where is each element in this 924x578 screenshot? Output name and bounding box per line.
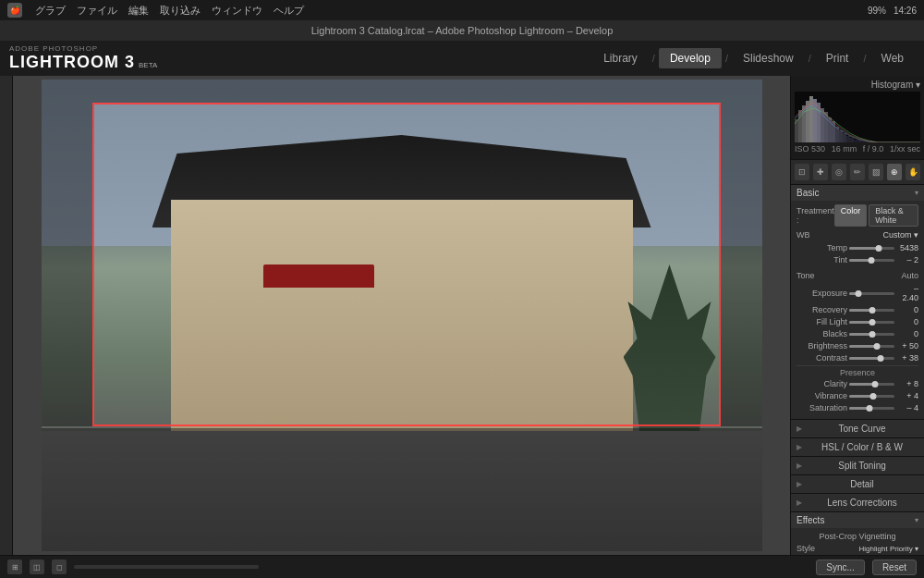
exposure-slider[interactable]	[849, 292, 894, 295]
vibrance-label: Vibrance	[796, 391, 847, 400]
bottom-icon-3[interactable]: ◻	[52, 560, 67, 574]
basic-panel-arrow: ▾	[915, 189, 918, 197]
gradient-tool[interactable]: ▨	[869, 164, 883, 180]
brightness-label: Brightness	[796, 341, 847, 350]
bottom-icon-2[interactable]: ◫	[30, 560, 44, 574]
nav-tabs: Library / Develop / Slideshow / Print / …	[592, 48, 915, 68]
menu-edit[interactable]: 編集	[128, 4, 149, 18]
tint-value: – 2	[896, 255, 918, 264]
brightness-value: + 50	[896, 341, 918, 350]
histogram-chart	[795, 92, 920, 142]
photo-area[interactable]	[13, 76, 790, 555]
style-value[interactable]: Highlight Priority ▾	[859, 545, 918, 553]
crop-dim-bottom	[42, 428, 762, 551]
menu-grab[interactable]: グラブ	[35, 4, 66, 18]
recovery-value: 0	[896, 305, 918, 314]
tint-label: Tint	[796, 255, 847, 264]
reset-button[interactable]: Reset	[872, 560, 917, 575]
tab-slideshow[interactable]: Slideshow	[732, 48, 805, 68]
left-panel-toggle[interactable]	[0, 76, 13, 555]
histogram-title[interactable]: Histogram ▾	[795, 80, 920, 90]
right-panel: Histogram ▾	[790, 76, 924, 555]
treatment-label: Treatment :	[796, 206, 834, 225]
tone-label: Tone	[796, 269, 815, 282]
auto-label[interactable]: Auto	[901, 271, 918, 280]
tab-library[interactable]: Library	[592, 48, 649, 68]
hist-mm: 16 mm	[832, 144, 857, 154]
photo-canvas	[42, 80, 762, 551]
crop-dim-left	[42, 103, 92, 426]
detail-label: Detail	[806, 479, 918, 489]
bw-treatment-btn[interactable]: Black & White	[869, 204, 918, 227]
menu-right: 99% 14:26	[868, 6, 917, 16]
brush-tool[interactable]: ✏	[850, 164, 865, 180]
effects-arrow: ▾	[915, 516, 918, 524]
tab-develop[interactable]: Develop	[659, 48, 722, 68]
tone-divider: Tone Auto	[796, 267, 918, 284]
clarity-slider[interactable]	[849, 383, 894, 386]
svg-rect-13	[843, 133, 846, 142]
recovery-slider[interactable]	[849, 309, 894, 312]
exposure-label: Exposure	[796, 289, 847, 298]
bottom-icon-1[interactable]: ⊞	[7, 560, 22, 574]
clarity-slider-row: Clarity + 8	[796, 379, 918, 388]
zoom-tool[interactable]: ⊕	[887, 164, 902, 180]
vibrance-slider[interactable]	[849, 395, 894, 398]
tab-print[interactable]: Print	[815, 48, 860, 68]
crop-tool[interactable]: ⊡	[795, 164, 809, 180]
logo-top: ADOBE PHOTOSHOP	[9, 44, 157, 53]
logo-beta: BETA	[139, 61, 157, 69]
split-toning-section[interactable]: ▶ Split Toning	[791, 457, 924, 475]
recovery-label: Recovery	[796, 305, 847, 314]
blacks-value: 0	[896, 329, 918, 338]
temp-slider[interactable]	[849, 247, 894, 250]
menu-import[interactable]: 取り込み	[160, 4, 201, 18]
tone-curve-label: Tone Curve	[806, 424, 918, 434]
color-treatment-btn[interactable]: Color	[834, 204, 868, 227]
vibrance-slider-row: Vibrance + 4	[796, 391, 918, 400]
logo-area: ADOBE PHOTOSHOP LIGHTROOM 3 BETA	[9, 44, 157, 72]
brightness-slider-row: Brightness + 50	[796, 341, 918, 350]
tint-slider[interactable]	[849, 259, 894, 262]
vibrance-value: + 4	[896, 391, 918, 400]
clock: 14:26	[894, 6, 917, 16]
brightness-slider[interactable]	[849, 345, 894, 348]
temp-slider-row: Temp 5438	[796, 243, 918, 252]
hsl-arrow: ▶	[796, 443, 802, 451]
contrast-value: + 38	[896, 353, 918, 363]
blacks-slider[interactable]	[849, 333, 894, 336]
saturation-label: Saturation	[796, 403, 847, 412]
recovery-slider-row: Recovery 0	[796, 305, 918, 314]
menu-window[interactable]: ウィンドウ	[212, 4, 262, 18]
effects-content: Post-Crop Vignetting Style Highlight Pri…	[791, 528, 924, 555]
contrast-label: Contrast	[796, 353, 847, 363]
tone-curve-arrow: ▶	[796, 424, 802, 433]
sync-button[interactable]: Sync...	[816, 560, 865, 575]
detail-section[interactable]: ▶ Detail	[791, 475, 924, 494]
tone-curve-section[interactable]: ▶ Tone Curve	[791, 420, 924, 438]
basic-panel: Basic ▾ Treatment : Color Black & White …	[791, 185, 924, 420]
hist-aperture: f / 9.0	[863, 144, 884, 154]
effects-panel-header[interactable]: Effects ▾	[791, 512, 924, 528]
menu-help[interactable]: ヘルプ	[274, 4, 304, 18]
wb-row: WB Custom ▾	[796, 230, 918, 240]
heal-tool[interactable]: ✚	[813, 164, 828, 180]
fill-light-label: Fill Light	[796, 317, 847, 326]
fill-light-slider[interactable]	[849, 321, 894, 324]
effects-panel-label: Effects	[796, 515, 824, 525]
building-element	[116, 144, 707, 440]
saturation-slider[interactable]	[849, 407, 894, 410]
vignette-title: Post-Crop Vignetting	[796, 532, 918, 541]
style-row: Style Highlight Priority ▾	[796, 544, 918, 553]
hand-tool[interactable]: ✋	[906, 164, 920, 180]
redeye-tool[interactable]: ◎	[832, 164, 846, 180]
tab-web[interactable]: Web	[870, 48, 915, 68]
basic-panel-header[interactable]: Basic ▾	[791, 185, 924, 201]
contrast-slider[interactable]	[849, 357, 894, 360]
wb-value[interactable]: Custom ▾	[882, 230, 918, 240]
menu-file[interactable]: ファイル	[77, 4, 117, 18]
lens-corrections-section[interactable]: ▶ Lens Corrections	[791, 494, 924, 512]
lens-label: Lens Corrections	[806, 498, 918, 508]
hsl-section[interactable]: ▶ HSL / Color / B & W	[791, 438, 924, 457]
basic-panel-content: Treatment : Color Black & White WB Custo…	[791, 201, 924, 419]
